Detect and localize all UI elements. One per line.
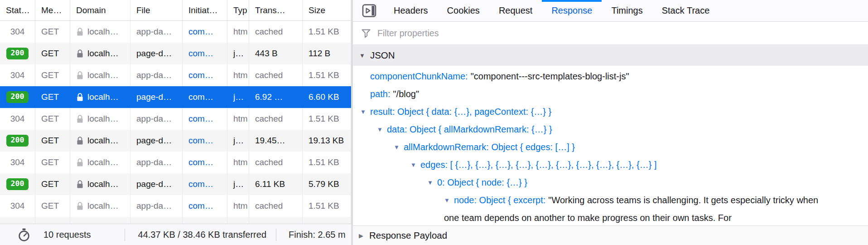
column-header-domain[interactable]: Domain (70, 0, 130, 20)
json-key: path: (370, 89, 390, 99)
status-cell (0, 217, 35, 224)
twisty-icon[interactable]: ▼ (377, 121, 387, 138)
domain-text: localh… (87, 179, 119, 189)
transferred-cell: cached (249, 108, 303, 130)
request-row[interactable]: 200 GET localh… page-d… com… j… 19.45… 1… (0, 130, 351, 152)
requests-table-body: 304 GET localh… app-da… com… htm cached … (0, 21, 351, 224)
network-status-bar: 10 requests 44.37 KB / 38.46 KB transfer… (0, 224, 351, 245)
status-cell: 304 (0, 64, 35, 86)
lock-icon (76, 27, 84, 37)
size-cell: 112 B (303, 43, 351, 64)
json-key: result: Object { data: {…}, pageContext:… (370, 107, 551, 117)
domain-cell (70, 217, 130, 224)
json-key: 0: Object { node: {…} } (437, 177, 527, 187)
json-tree-row: ▼allMarkdownRemark: Object { edges: […] … (353, 138, 827, 156)
column-header-type[interactable]: Typ (227, 0, 249, 20)
size-cell: 19.13 KB (303, 130, 351, 152)
column-header-initiator[interactable]: Initiat… (183, 0, 227, 20)
column-header-transferred[interactable]: Trans… (249, 0, 303, 20)
request-row[interactable]: 200 GET localh… page-d… com… j… 6.92 … 6… (0, 86, 351, 108)
type-cell: j… (227, 173, 249, 195)
lock-icon (76, 180, 84, 189)
transferred-cell: 6.11 KB (249, 173, 303, 195)
column-header-status[interactable]: Stat… (0, 0, 35, 20)
initiator-cell[interactable]: com… (183, 43, 227, 64)
status-code: 304 (10, 201, 25, 211)
domain-cell: localh… (70, 173, 130, 195)
tab-label: Response (551, 5, 592, 16)
column-header-file[interactable]: File (130, 0, 183, 20)
twisty-icon[interactable]: ▼ (410, 156, 420, 174)
initiator-cell[interactable]: com… (183, 21, 227, 43)
status-code: 304 (10, 157, 25, 167)
lock-icon (76, 93, 84, 102)
request-row[interactable] (0, 217, 351, 224)
initiator-cell[interactable] (183, 217, 227, 224)
json-section-header[interactable]: ▼ JSON (353, 45, 868, 66)
request-row[interactable]: 304 GET localh… app-da… com… htm cached … (0, 21, 351, 43)
type-cell: htm (227, 64, 249, 86)
json-key: data: Object { allMarkdownRemark: {…} } (387, 124, 552, 134)
initiator-cell[interactable]: com… (183, 86, 227, 108)
column-header-method[interactable]: Me… (35, 0, 70, 20)
json-key: edges: [ {…}, {…}, {…}, {…}, {…}, {…}, {… (420, 160, 656, 170)
status-code: 304 (10, 27, 25, 37)
size-cell: 1.51 KB (303, 195, 351, 217)
size-cell: 6.60 KB (303, 86, 351, 108)
initiator-cell[interactable]: com… (183, 108, 227, 130)
transferred-cell (249, 217, 303, 224)
tab-headers[interactable]: Headers (384, 0, 438, 21)
initiator-cell[interactable]: com… (183, 64, 227, 86)
initiator-cell[interactable]: com… (183, 195, 227, 217)
filter-properties-input[interactable] (376, 28, 868, 39)
column-header-size[interactable]: Size (303, 0, 351, 20)
method-cell: GET (35, 86, 70, 108)
twisty-icon[interactable]: ▼ (394, 138, 404, 156)
chevron-right-icon: ▶ (359, 232, 363, 239)
properties-filter-row (353, 22, 868, 45)
tab-request[interactable]: Request (489, 0, 542, 21)
tab-label: Stack Trace (662, 5, 710, 16)
request-row[interactable]: 304 GET localh… app-da… com… htm cached … (0, 152, 351, 173)
play-panel-icon[interactable] (362, 4, 377, 18)
response-payload-section[interactable]: ▶ Response Payload (353, 225, 868, 245)
request-row[interactable]: 200 GET localh… page-d… com… j… 6.11 KB … (0, 173, 351, 195)
request-row[interactable]: 304 GET localh… app-da… com… htm cached … (0, 195, 351, 217)
initiator-cell[interactable]: com… (183, 130, 227, 152)
initiator-cell[interactable]: com… (183, 173, 227, 195)
request-row[interactable]: 200 GET localh… page-d… com… j… 443 B 11… (0, 43, 351, 64)
size-cell (303, 217, 351, 224)
transferred-cell: cached (249, 21, 303, 43)
method-cell: GET (35, 173, 70, 195)
json-tree-row: ▼result: Object { data: {…}, pageContext… (353, 103, 827, 121)
type-cell: htm (227, 152, 249, 173)
twisty-icon[interactable]: ▼ (427, 174, 437, 191)
transferred-cell: 443 B (249, 43, 303, 64)
status-badge: 200 (6, 135, 29, 147)
initiator-cell[interactable]: com… (183, 152, 227, 173)
file-cell: page-d… (130, 173, 183, 195)
json-tree-row: ▼node: Object { excerpt:"Working across … (353, 191, 827, 227)
json-tree-row: ▼data: Object { allMarkdownRemark: {…} } (353, 121, 827, 138)
file-cell: page-d… (130, 86, 183, 108)
json-section-title: JSON (370, 50, 395, 61)
status-cell: 200 (0, 130, 35, 152)
tab-stack-trace[interactable]: Stack Trace (652, 0, 719, 21)
json-key: allMarkdownRemark: Object { edges: […] } (404, 142, 575, 152)
transferred-cell: 19.45… (249, 130, 303, 152)
tab-timings[interactable]: Timings (602, 0, 652, 21)
tab-cookies[interactable]: Cookies (438, 0, 489, 21)
method-cell (35, 217, 70, 224)
twisty-icon[interactable]: ▼ (444, 191, 454, 209)
twisty-icon[interactable]: ▼ (360, 103, 370, 121)
request-row[interactable]: 304 GET localh… app-da… com… htm cached … (0, 64, 351, 86)
file-cell: page-d… (130, 43, 183, 64)
size-cell: 1.51 KB (303, 21, 351, 43)
type-cell: htm (227, 21, 249, 43)
size-cell: 1.51 KB (303, 152, 351, 173)
funnel-icon (361, 28, 371, 39)
tab-response[interactable]: Response (542, 0, 602, 21)
request-row[interactable]: 304 GET localh… app-da… com… htm cached … (0, 108, 351, 130)
tab-label: Cookies (447, 5, 480, 16)
type-cell: j… (227, 86, 249, 108)
